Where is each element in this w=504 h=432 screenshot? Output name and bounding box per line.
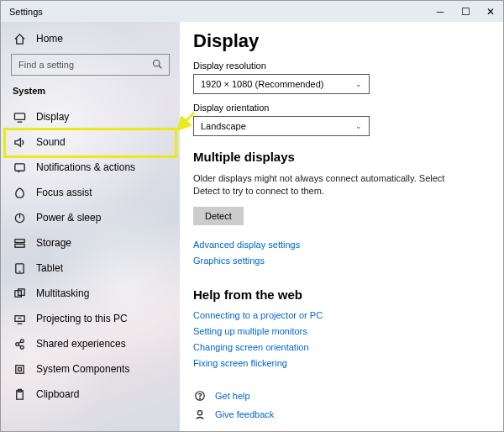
search-icon [152,59,162,71]
give-feedback-label: Give feedback [215,409,274,419]
multiple-displays-desc: Older displays might not always connect … [193,172,470,198]
help-link[interactable]: Changing screen orientation [193,342,490,352]
help-link[interactable]: Connecting to a projector or PC [193,310,490,320]
sidebar-item-label: Sound [36,136,66,148]
display-icon [13,110,26,124]
maximize-button[interactable]: ☐ [453,1,478,22]
multitasking-icon [13,287,26,300]
main-panel: Display Display resolution 1920 × 1080 (… [180,22,503,431]
notifications-icon [13,161,26,174]
sidebar-item-label: Power & sleep [36,212,101,224]
window-title: Settings [1,7,43,17]
sidebar-item-label: Storage [36,237,71,249]
search-input[interactable]: Find a setting [11,54,170,76]
page-title: Display [193,30,490,52]
resolution-value: 1920 × 1080 (Recommended) [201,79,323,89]
svg-rect-5 [14,244,24,247]
sidebar-item-tablet[interactable]: Tablet [1,256,180,281]
sidebar-item-notifications[interactable]: Notifications & actions [1,155,180,180]
sidebar-item-label: Shared experiences [36,338,126,350]
svg-rect-2 [14,163,24,170]
shared-icon [13,337,26,350]
search-placeholder: Find a setting [18,60,74,70]
sidebar-item-display[interactable]: Display [1,104,180,129]
tablet-icon [13,261,26,275]
focus-icon [13,186,26,199]
advanced-display-link[interactable]: Advanced display settings [193,240,490,250]
sidebar-item-shared[interactable]: Shared experiences [1,331,180,356]
help-link[interactable]: Fixing screen flickering [193,358,490,368]
home-icon [13,32,26,45]
sidebar-item-power-sleep[interactable]: Power & sleep [1,205,180,230]
svg-rect-4 [14,239,24,242]
svg-rect-13 [15,365,23,372]
svg-rect-1 [14,113,24,119]
svg-point-0 [154,60,160,66]
window-controls: ─ ☐ ✕ [428,1,503,22]
orientation-value: Landscape [201,121,246,131]
sidebar-item-storage[interactable]: Storage [1,230,180,256]
resolution-label: Display resolution [193,61,490,71]
svg-point-19 [200,398,201,399]
svg-rect-14 [18,367,21,371]
give-feedback-link[interactable]: Give feedback [193,408,490,421]
storage-icon [13,236,26,250]
detect-button[interactable]: Detect [193,207,244,225]
sidebar-item-label: Projecting to this PC [36,313,128,324]
help-link[interactable]: Setting up multiple monitors [193,326,490,336]
sidebar-item-focus-assist[interactable]: Focus assist [1,180,180,205]
title-bar: Settings ─ ☐ ✕ [1,1,503,22]
content: Home Find a setting System Display Sound… [1,22,503,431]
resolution-dropdown[interactable]: 1920 × 1080 (Recommended) ⌄ [193,74,370,94]
sidebar-item-label: Notifications & actions [36,161,135,173]
sidebar-item-label: Clipboard [36,388,79,400]
sidebar-item-label: Focus assist [36,187,92,198]
sidebar-home[interactable]: Home [1,27,180,50]
get-help-link[interactable]: Get help [193,389,490,403]
sidebar-item-clipboard[interactable]: Clipboard [1,382,180,407]
sidebar-item-multitasking[interactable]: Multitasking [1,281,180,306]
orientation-dropdown[interactable]: Landscape ⌄ [193,116,370,136]
graphics-settings-link[interactable]: Graphics settings [193,256,490,266]
sound-icon [13,135,26,149]
sidebar: Home Find a setting System Display Sound… [1,22,180,431]
svg-point-20 [197,410,202,414]
feedback-icon [193,408,207,421]
sidebar-item-system-components[interactable]: System Components [1,356,180,382]
sidebar-item-label: System Components [36,363,129,375]
help-heading: Help from the web [193,287,490,302]
help-icon [193,389,207,403]
sidebar-item-sound[interactable]: Sound [1,129,180,155]
minimize-button[interactable]: ─ [428,1,453,22]
orientation-label: Display orientation [193,103,490,113]
multiple-displays-heading: Multiple displays [193,150,490,164]
power-icon [13,211,26,224]
chevron-down-icon: ⌄ [355,122,362,130]
sidebar-item-projecting[interactable]: Projecting to this PC [1,306,180,331]
sidebar-item-label: Display [36,111,69,123]
home-label: Home [36,33,63,45]
sidebar-item-label: Multitasking [36,287,89,299]
section-label: System [1,82,180,104]
settings-window: Settings ─ ☐ ✕ Home Find a setting Syste… [0,0,504,432]
projecting-icon [13,312,26,325]
close-button[interactable]: ✕ [478,1,503,22]
chevron-down-icon: ⌄ [355,80,362,88]
components-icon [13,362,26,376]
clipboard-icon [13,387,26,401]
sidebar-item-label: Tablet [36,262,63,274]
get-help-label: Get help [215,391,250,401]
